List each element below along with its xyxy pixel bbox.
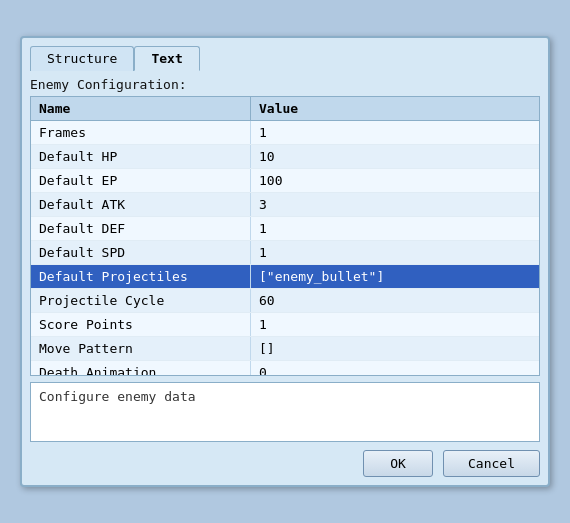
cell-name: Frames [31, 121, 251, 144]
section-label: Enemy Configuration: [30, 77, 540, 92]
status-box: Configure enemy data [30, 382, 540, 442]
cell-name: Default DEF [31, 217, 251, 240]
cell-value: ["enemy_bullet"] [251, 265, 539, 288]
table-row[interactable]: Score Points1 [31, 313, 539, 337]
cell-value: 0 [251, 361, 539, 375]
config-table: Name Value Frames1Default HP10Default EP… [30, 96, 540, 376]
table-row[interactable]: Default DEF1 [31, 217, 539, 241]
table-header: Name Value [31, 97, 539, 121]
cell-value: 3 [251, 193, 539, 216]
table-row[interactable]: Frames1 [31, 121, 539, 145]
tab-bar: Structure Text [30, 46, 540, 71]
header-name: Name [31, 97, 251, 120]
tab-text[interactable]: Text [134, 46, 199, 71]
cell-name: Death Animation [31, 361, 251, 375]
cell-value: 60 [251, 289, 539, 312]
header-value: Value [251, 97, 539, 120]
dialog: Structure Text Enemy Configuration: Name… [20, 36, 550, 487]
button-row: OK Cancel [30, 450, 540, 477]
cell-name: Default Projectiles [31, 265, 251, 288]
cancel-button[interactable]: Cancel [443, 450, 540, 477]
cell-name: Default HP [31, 145, 251, 168]
tab-structure[interactable]: Structure [30, 46, 134, 71]
table-row[interactable]: Default ATK3 [31, 193, 539, 217]
table-row[interactable]: Move Pattern[] [31, 337, 539, 361]
cell-value: 100 [251, 169, 539, 192]
cell-value: 1 [251, 313, 539, 336]
table-row[interactable]: Default HP10 [31, 145, 539, 169]
cell-name: Projectile Cycle [31, 289, 251, 312]
table-row[interactable]: Default Projectiles["enemy_bullet"] [31, 265, 539, 289]
cell-value: 1 [251, 121, 539, 144]
cell-value: 1 [251, 241, 539, 264]
cell-value: 1 [251, 217, 539, 240]
cell-value: [] [251, 337, 539, 360]
cell-value: 10 [251, 145, 539, 168]
cell-name: Default ATK [31, 193, 251, 216]
table-row[interactable]: Default SPD1 [31, 241, 539, 265]
status-text: Configure enemy data [39, 389, 196, 404]
cell-name: Score Points [31, 313, 251, 336]
cell-name: Move Pattern [31, 337, 251, 360]
ok-button[interactable]: OK [363, 450, 433, 477]
table-row[interactable]: Default EP100 [31, 169, 539, 193]
cell-name: Default EP [31, 169, 251, 192]
table-row[interactable]: Projectile Cycle60 [31, 289, 539, 313]
cell-name: Default SPD [31, 241, 251, 264]
table-row[interactable]: Death Animation0 [31, 361, 539, 375]
table-body[interactable]: Frames1Default HP10Default EP100Default … [31, 121, 539, 375]
